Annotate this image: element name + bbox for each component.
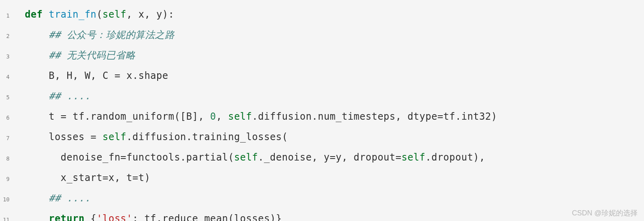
code-content: ## 无关代码已省略 bbox=[13, 46, 135, 65]
code-line: 1 def train_fn(self, x, y): bbox=[0, 5, 644, 25]
token-comment: ## .... bbox=[49, 90, 91, 102]
token-plain: ( bbox=[96, 9, 102, 20]
line-number: 1 bbox=[0, 6, 13, 25]
code-block: 1 def train_fn(self, x, y):2 ## 公众号：珍妮的算… bbox=[0, 0, 644, 221]
code-line: 6 t = tf.random_uniform([B], 0, self.dif… bbox=[0, 107, 644, 127]
token-plain: , x, y): bbox=[126, 9, 174, 20]
token-plain: .diffusion.training_losses( bbox=[126, 131, 288, 143]
token-plain bbox=[13, 50, 49, 61]
token-num: 0 bbox=[210, 111, 216, 122]
code-line: 8 denoise_fn=functools.partial(self._den… bbox=[0, 148, 644, 168]
token-plain bbox=[13, 90, 49, 102]
line-number: 9 bbox=[0, 169, 13, 189]
line-number: 5 bbox=[0, 88, 13, 107]
token-plain: , bbox=[216, 111, 228, 122]
token-plain: .dropout), bbox=[426, 152, 486, 163]
token-plain bbox=[13, 9, 25, 20]
line-number: 6 bbox=[0, 108, 13, 127]
line-number: 7 bbox=[0, 129, 13, 148]
code-line: 2 ## 公众号：珍妮的算法之路 bbox=[0, 25, 644, 46]
code-content: losses = self.diffusion.training_losses( bbox=[13, 127, 288, 147]
token-self: self bbox=[102, 131, 126, 143]
token-plain: = bbox=[114, 70, 126, 81]
code-content: ## .... bbox=[13, 189, 90, 208]
token-plain: t = tf.random_uniform([B], bbox=[13, 111, 210, 122]
token-comment: ## .... bbox=[49, 193, 91, 204]
code-content: return {'loss': tf.reduce_mean(losses)} bbox=[13, 209, 282, 221]
code-line: 5 ## .... bbox=[0, 86, 644, 107]
code-content: x_start=x, t=t) bbox=[13, 168, 150, 187]
line-number: 10 bbox=[0, 190, 13, 209]
token-self: self bbox=[402, 152, 426, 163]
token-plain bbox=[13, 213, 49, 221]
token-str: 'loss' bbox=[96, 213, 132, 221]
token-comment: ## 公众号：珍妮的算法之路 bbox=[49, 29, 174, 40]
line-number: 11 bbox=[0, 210, 13, 221]
token-plain: x_start=x, t=t) bbox=[13, 172, 150, 183]
code-content: denoise_fn=functools.partial(self._denoi… bbox=[13, 148, 485, 167]
token-kw: def bbox=[25, 9, 43, 20]
line-number: 4 bbox=[0, 67, 13, 86]
line-number: 8 bbox=[0, 149, 13, 168]
token-plain bbox=[43, 9, 49, 20]
token-plain bbox=[13, 29, 49, 40]
code-content: t = tf.random_uniform([B], 0, self.diffu… bbox=[13, 107, 497, 126]
token-plain: B, H, W, C bbox=[13, 70, 114, 81]
code-content: ## .... bbox=[13, 86, 90, 106]
code-line: 3 ## 无关代码已省略 bbox=[0, 46, 644, 66]
token-kw: return bbox=[49, 213, 85, 221]
token-plain: ._denoise, y=y, dropout= bbox=[258, 152, 402, 163]
token-fn: train_fn bbox=[49, 9, 97, 20]
token-plain: .diffusion.num_timesteps, dtype=tf.int32… bbox=[252, 111, 497, 122]
code-content: ## 公众号：珍妮的算法之路 bbox=[13, 25, 174, 44]
token-comment: ## 无关代码已省略 bbox=[49, 50, 135, 61]
token-self: self bbox=[234, 152, 258, 163]
token-plain: { bbox=[84, 213, 96, 221]
code-line: 7 losses = self.diffusion.training_losse… bbox=[0, 127, 644, 148]
token-plain: x.shape bbox=[126, 70, 168, 81]
code-line: 4 B, H, W, C = x.shape bbox=[0, 66, 644, 86]
token-plain: : tf.reduce_mean(losses)} bbox=[132, 213, 282, 221]
line-number: 2 bbox=[0, 26, 13, 46]
line-number: 3 bbox=[0, 47, 13, 66]
token-self: self bbox=[228, 111, 252, 122]
token-plain bbox=[13, 193, 49, 204]
code-content: def train_fn(self, x, y): bbox=[13, 5, 174, 24]
token-plain: losses = bbox=[13, 131, 102, 143]
token-self: self bbox=[102, 9, 126, 20]
code-line: 9 x_start=x, t=t) bbox=[0, 168, 644, 189]
code-line: 10 ## .... bbox=[0, 189, 644, 209]
token-plain: denoise_fn=functools.partial( bbox=[13, 152, 234, 163]
code-content: B, H, W, C = x.shape bbox=[13, 66, 168, 85]
code-line: 11 return {'loss': tf.reduce_mean(losses… bbox=[0, 209, 644, 221]
watermark: CSDN @珍妮的选择 bbox=[572, 208, 638, 218]
